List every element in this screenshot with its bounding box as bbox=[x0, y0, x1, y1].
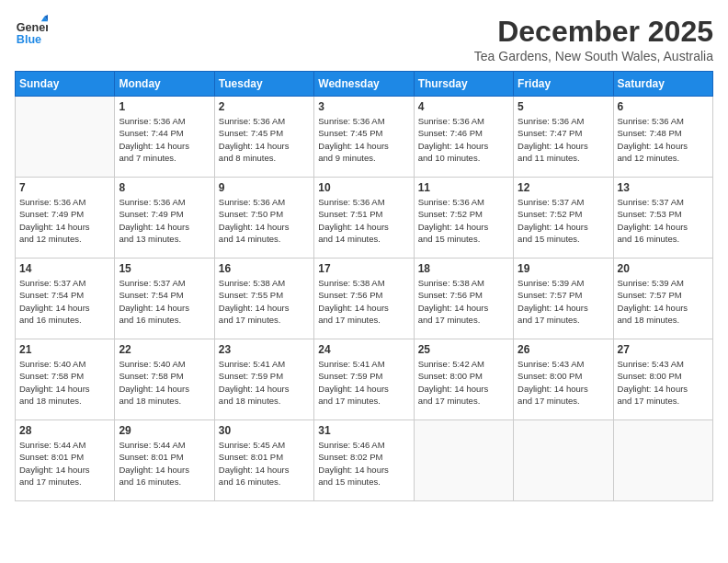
day-number: 2 bbox=[219, 100, 310, 113]
day-number: 4 bbox=[418, 100, 509, 113]
day-info: Sunrise: 5:39 AMSunset: 7:57 PMDaylight:… bbox=[618, 277, 709, 326]
day-number: 23 bbox=[219, 343, 310, 356]
calendar-cell: 29Sunrise: 5:44 AMSunset: 8:01 PMDayligh… bbox=[115, 420, 214, 501]
svg-text:Blue: Blue bbox=[17, 33, 41, 46]
logo-icon: General Blue bbox=[15, 15, 48, 48]
day-info: Sunrise: 5:36 AMSunset: 7:47 PMDaylight:… bbox=[518, 115, 609, 164]
month-title: December 2025 bbox=[474, 15, 713, 49]
day-number: 7 bbox=[19, 181, 110, 194]
day-info: Sunrise: 5:36 AMSunset: 7:46 PMDaylight:… bbox=[418, 115, 509, 164]
calendar-cell: 20Sunrise: 5:39 AMSunset: 7:57 PMDayligh… bbox=[613, 259, 712, 339]
logo: General Blue bbox=[15, 15, 48, 48]
calendar-table: SundayMondayTuesdayWednesdayThursdayFrid… bbox=[15, 71, 713, 501]
calendar-cell: 25Sunrise: 5:42 AMSunset: 8:00 PMDayligh… bbox=[414, 339, 513, 420]
day-header-friday: Friday bbox=[514, 72, 613, 97]
day-info: Sunrise: 5:36 AMSunset: 7:48 PMDaylight:… bbox=[618, 115, 709, 164]
day-info: Sunrise: 5:38 AMSunset: 7:56 PMDaylight:… bbox=[418, 277, 509, 326]
calendar-cell: 27Sunrise: 5:43 AMSunset: 8:00 PMDayligh… bbox=[613, 339, 712, 420]
calendar-cell: 8Sunrise: 5:36 AMSunset: 7:49 PMDaylight… bbox=[115, 178, 214, 259]
calendar-cell: 28Sunrise: 5:44 AMSunset: 8:01 PMDayligh… bbox=[16, 420, 115, 501]
calendar-cell: 6Sunrise: 5:36 AMSunset: 7:48 PMDaylight… bbox=[613, 97, 712, 178]
calendar-cell: 9Sunrise: 5:36 AMSunset: 7:50 PMDaylight… bbox=[214, 178, 313, 259]
day-info: Sunrise: 5:37 AMSunset: 7:54 PMDaylight:… bbox=[119, 277, 210, 326]
calendar-cell bbox=[16, 97, 115, 178]
calendar-cell: 14Sunrise: 5:37 AMSunset: 7:54 PMDayligh… bbox=[16, 259, 115, 339]
calendar-cell: 7Sunrise: 5:36 AMSunset: 7:49 PMDaylight… bbox=[16, 178, 115, 259]
day-info: Sunrise: 5:36 AMSunset: 7:49 PMDaylight:… bbox=[119, 196, 210, 245]
calendar-week-4: 21Sunrise: 5:40 AMSunset: 7:58 PMDayligh… bbox=[16, 339, 713, 420]
calendar-cell: 16Sunrise: 5:38 AMSunset: 7:55 PMDayligh… bbox=[214, 259, 313, 339]
day-info: Sunrise: 5:37 AMSunset: 7:52 PMDaylight:… bbox=[518, 196, 609, 245]
day-number: 29 bbox=[119, 424, 210, 437]
calendar-cell: 21Sunrise: 5:40 AMSunset: 7:58 PMDayligh… bbox=[16, 339, 115, 420]
calendar-cell: 5Sunrise: 5:36 AMSunset: 7:47 PMDaylight… bbox=[514, 97, 613, 178]
calendar-cell: 31Sunrise: 5:46 AMSunset: 8:02 PMDayligh… bbox=[314, 420, 414, 501]
day-header-thursday: Thursday bbox=[414, 72, 513, 97]
day-number: 10 bbox=[318, 181, 409, 194]
day-number: 5 bbox=[518, 100, 609, 113]
day-number: 31 bbox=[318, 424, 409, 437]
day-header-tuesday: Tuesday bbox=[214, 72, 313, 97]
calendar-cell: 1Sunrise: 5:36 AMSunset: 7:44 PMDaylight… bbox=[115, 97, 214, 178]
calendar-cell: 17Sunrise: 5:38 AMSunset: 7:56 PMDayligh… bbox=[314, 259, 414, 339]
calendar-cell bbox=[414, 420, 513, 501]
calendar-cell: 15Sunrise: 5:37 AMSunset: 7:54 PMDayligh… bbox=[115, 259, 214, 339]
day-header-wednesday: Wednesday bbox=[314, 72, 414, 97]
calendar-week-2: 7Sunrise: 5:36 AMSunset: 7:49 PMDaylight… bbox=[16, 178, 713, 259]
calendar-cell: 10Sunrise: 5:36 AMSunset: 7:51 PMDayligh… bbox=[314, 178, 414, 259]
day-info: Sunrise: 5:43 AMSunset: 8:00 PMDaylight:… bbox=[518, 358, 609, 407]
day-info: Sunrise: 5:41 AMSunset: 7:59 PMDaylight:… bbox=[219, 358, 310, 407]
calendar-cell: 12Sunrise: 5:37 AMSunset: 7:52 PMDayligh… bbox=[514, 178, 613, 259]
day-number: 28 bbox=[19, 424, 110, 437]
day-number: 24 bbox=[318, 343, 409, 356]
day-info: Sunrise: 5:36 AMSunset: 7:52 PMDaylight:… bbox=[418, 196, 509, 245]
day-number: 25 bbox=[418, 343, 509, 356]
day-number: 16 bbox=[219, 262, 310, 275]
calendar-cell: 11Sunrise: 5:36 AMSunset: 7:52 PMDayligh… bbox=[414, 178, 513, 259]
day-info: Sunrise: 5:45 AMSunset: 8:01 PMDaylight:… bbox=[219, 439, 310, 488]
day-number: 11 bbox=[418, 181, 509, 194]
day-number: 27 bbox=[618, 343, 709, 356]
day-info: Sunrise: 5:44 AMSunset: 8:01 PMDaylight:… bbox=[19, 439, 110, 488]
day-info: Sunrise: 5:38 AMSunset: 7:56 PMDaylight:… bbox=[318, 277, 409, 326]
day-number: 21 bbox=[19, 343, 110, 356]
day-info: Sunrise: 5:40 AMSunset: 7:58 PMDaylight:… bbox=[119, 358, 210, 407]
day-info: Sunrise: 5:36 AMSunset: 7:44 PMDaylight:… bbox=[119, 115, 210, 164]
day-number: 18 bbox=[418, 262, 509, 275]
day-info: Sunrise: 5:39 AMSunset: 7:57 PMDaylight:… bbox=[518, 277, 609, 326]
day-info: Sunrise: 5:37 AMSunset: 7:53 PMDaylight:… bbox=[618, 196, 709, 245]
day-number: 1 bbox=[119, 100, 210, 113]
calendar-cell: 22Sunrise: 5:40 AMSunset: 7:58 PMDayligh… bbox=[115, 339, 214, 420]
day-info: Sunrise: 5:41 AMSunset: 7:59 PMDaylight:… bbox=[318, 358, 409, 407]
day-number: 8 bbox=[119, 181, 210, 194]
calendar-cell: 3Sunrise: 5:36 AMSunset: 7:45 PMDaylight… bbox=[314, 97, 414, 178]
day-number: 12 bbox=[518, 181, 609, 194]
day-number: 19 bbox=[518, 262, 609, 275]
day-info: Sunrise: 5:43 AMSunset: 8:00 PMDaylight:… bbox=[618, 358, 709, 407]
day-info: Sunrise: 5:40 AMSunset: 7:58 PMDaylight:… bbox=[19, 358, 110, 407]
day-number: 20 bbox=[618, 262, 709, 275]
day-info: Sunrise: 5:37 AMSunset: 7:54 PMDaylight:… bbox=[19, 277, 110, 326]
day-info: Sunrise: 5:36 AMSunset: 7:45 PMDaylight:… bbox=[219, 115, 310, 164]
day-number: 15 bbox=[119, 262, 210, 275]
day-number: 9 bbox=[219, 181, 310, 194]
calendar-cell: 13Sunrise: 5:37 AMSunset: 7:53 PMDayligh… bbox=[613, 178, 712, 259]
calendar-week-5: 28Sunrise: 5:44 AMSunset: 8:01 PMDayligh… bbox=[16, 420, 713, 501]
day-number: 26 bbox=[518, 343, 609, 356]
day-info: Sunrise: 5:36 AMSunset: 7:49 PMDaylight:… bbox=[19, 196, 110, 245]
calendar-cell: 18Sunrise: 5:38 AMSunset: 7:56 PMDayligh… bbox=[414, 259, 513, 339]
calendar-cell: 24Sunrise: 5:41 AMSunset: 7:59 PMDayligh… bbox=[314, 339, 414, 420]
calendar-week-1: 1Sunrise: 5:36 AMSunset: 7:44 PMDaylight… bbox=[16, 97, 713, 178]
day-info: Sunrise: 5:36 AMSunset: 7:51 PMDaylight:… bbox=[318, 196, 409, 245]
day-number: 6 bbox=[618, 100, 709, 113]
day-info: Sunrise: 5:36 AMSunset: 7:50 PMDaylight:… bbox=[219, 196, 310, 245]
calendar-cell: 19Sunrise: 5:39 AMSunset: 7:57 PMDayligh… bbox=[514, 259, 613, 339]
calendar-cell: 23Sunrise: 5:41 AMSunset: 7:59 PMDayligh… bbox=[214, 339, 313, 420]
title-block: December 2025 Tea Gardens, New South Wal… bbox=[474, 15, 713, 63]
day-number: 3 bbox=[318, 100, 409, 113]
calendar-week-3: 14Sunrise: 5:37 AMSunset: 7:54 PMDayligh… bbox=[16, 259, 713, 339]
day-number: 17 bbox=[318, 262, 409, 275]
day-info: Sunrise: 5:38 AMSunset: 7:55 PMDaylight:… bbox=[219, 277, 310, 326]
page-header: General Blue December 2025 Tea Gardens, … bbox=[15, 15, 713, 63]
location-subtitle: Tea Gardens, New South Wales, Australia bbox=[474, 49, 713, 63]
